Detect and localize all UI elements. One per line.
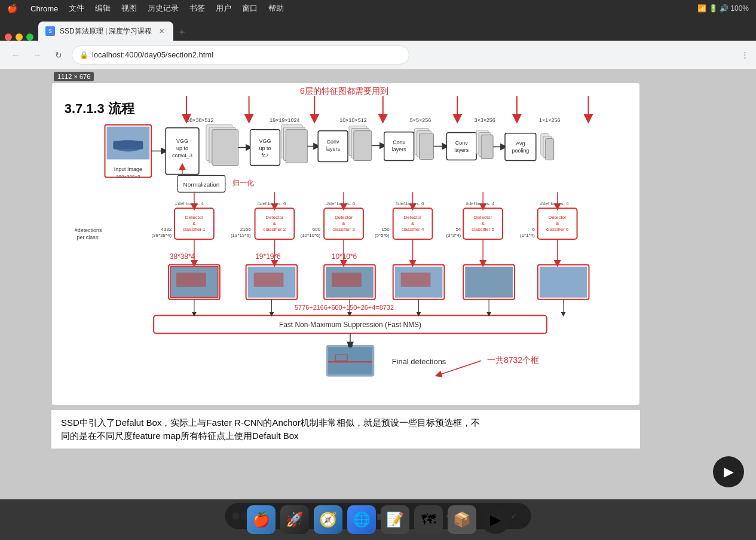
svg-text:4332: 4332 xyxy=(161,227,172,232)
address-bar[interactable]: 🔒 localhost:4000/day05/section2.html xyxy=(72,45,409,65)
chrome-content: 1112 × 676 3.7.1.3 流程 6层的特征图都需要用到 xyxy=(0,69,756,540)
menu-chrome[interactable]: Chrome xyxy=(30,4,58,13)
svg-text:Avg: Avg xyxy=(516,141,525,147)
svg-text:&: & xyxy=(192,221,196,226)
svg-text:(3*3*4): (3*3*4) xyxy=(446,233,461,238)
svg-rect-130 xyxy=(254,273,284,287)
svg-text:Conv: Conv xyxy=(327,139,339,145)
svg-text:1×1×256: 1×1×256 xyxy=(539,117,560,123)
svg-rect-41 xyxy=(354,131,372,161)
svg-rect-33 xyxy=(286,130,307,163)
svg-text:Conv: Conv xyxy=(455,140,468,146)
diagram-svg: 3.7.1.3 流程 6层的特征图都需要用到 xyxy=(52,83,639,405)
extensions-area[interactable]: ⋮ xyxy=(741,50,749,59)
chrome-window: S SSD算法原理 | 深度学习课程 ✕ + ← → ↻ 🔒 localhost… xyxy=(0,17,756,540)
svg-text:#def.boxes: 6: #def.boxes: 6 xyxy=(326,201,355,206)
svg-point-164 xyxy=(348,343,353,347)
forward-btn[interactable]: → xyxy=(29,47,45,63)
svg-text:VGG: VGG xyxy=(176,138,188,144)
close-window-btn[interactable] xyxy=(5,33,12,41)
svg-rect-57 xyxy=(481,135,493,159)
svg-text:pooling: pooling xyxy=(512,148,529,154)
chrome-addressbar: ← → ↻ 🔒 localhost:4000/day05/section2.ht… xyxy=(0,41,756,69)
svg-text:19*19*6: 19*19*6 xyxy=(255,252,281,261)
svg-text:Detector: Detector xyxy=(265,215,283,220)
menu-window[interactable]: 窗口 xyxy=(242,3,258,14)
status-icons: 📶 🔋 🔊 100% xyxy=(697,4,749,13)
dock-video[interactable]: ▶ xyxy=(481,505,510,534)
svg-rect-24 xyxy=(212,130,238,166)
refresh-btn[interactable]: ↻ xyxy=(50,47,67,63)
svg-text:600: 600 xyxy=(313,227,321,232)
svg-rect-126 xyxy=(176,273,206,287)
svg-rect-140 xyxy=(540,267,587,298)
svg-text:VGG: VGG xyxy=(259,138,271,144)
svg-text:Input Image: Input Image xyxy=(114,166,142,172)
menu-view[interactable]: 视图 xyxy=(121,3,137,14)
menu-user[interactable]: 用户 xyxy=(216,3,231,14)
svg-text:(10*10*6): (10*10*6) xyxy=(300,233,320,238)
svg-text:#def.boxes: 4: #def.boxes: 4 xyxy=(175,201,204,206)
svg-text:&: & xyxy=(273,221,277,226)
apple-icon[interactable]: 🍎 xyxy=(7,4,17,13)
svg-text:&: & xyxy=(342,221,345,226)
menu-bookmarks[interactable]: 书签 xyxy=(189,3,205,14)
svg-rect-13 xyxy=(113,141,143,150)
svg-text:#def.boxes: 6: #def.boxes: 6 xyxy=(258,201,286,206)
svg-text:classifier 3: classifier 3 xyxy=(332,227,355,232)
mac-dock: 🍎 🚀 🧭 🌐 📝 🗺 📦 ▶ xyxy=(0,499,756,540)
svg-text:(5*5*6): (5*5*6) xyxy=(375,233,390,238)
svg-text:54: 54 xyxy=(455,227,461,232)
dock-app6[interactable]: 📦 xyxy=(448,505,476,534)
svg-text:3×3×256: 3×3×256 xyxy=(474,117,495,123)
svg-text:19×19×1024: 19×19×1024 xyxy=(270,117,299,123)
maximize-window-btn[interactable] xyxy=(26,33,33,41)
menu-help[interactable]: 帮助 xyxy=(268,3,284,14)
svg-text:layers: layers xyxy=(392,147,406,152)
dock-editor[interactable]: 📝 xyxy=(381,505,409,534)
dock-chrome[interactable]: 🌐 xyxy=(347,505,376,534)
bottom-text-line2: 同的是在不同尺度feature map所有特征点上使用Default Box xyxy=(61,431,299,441)
mac-menubar: 🍎 Chrome 文件 编辑 视图 历史记录 书签 用户 窗口 帮助 📶 🔋 🔊… xyxy=(0,0,756,17)
menu-history[interactable]: 历史记录 xyxy=(148,3,179,14)
svg-text:5×5×256: 5×5×256 xyxy=(410,117,431,123)
svg-text:5776+2166+600+150+26+4=8732: 5776+2166+600+150+26+4=8732 xyxy=(295,304,394,311)
svg-text:&: & xyxy=(411,221,415,226)
chrome-tab-active[interactable]: S SSD算法原理 | 深度学习课程 ✕ xyxy=(38,22,173,41)
svg-rect-136 xyxy=(401,273,431,287)
svg-text:Detector: Detector xyxy=(335,215,353,220)
svg-text:归一化: 归一化 xyxy=(232,179,254,187)
back-btn[interactable]: ← xyxy=(7,47,24,63)
svg-text:&: & xyxy=(556,221,559,226)
svg-text:classifier 5: classifier 5 xyxy=(472,227,494,232)
bottom-text-line1: SSD中引入了Defalut Box，实际上与Faster R-CNN的Anch… xyxy=(61,417,480,428)
dock-safari[interactable]: 🧭 xyxy=(314,505,342,534)
svg-text:classifier 2: classifier 2 xyxy=(264,227,286,232)
menu-file[interactable]: 文件 xyxy=(69,3,84,14)
svg-text:Normalization: Normalization xyxy=(183,181,219,188)
svg-text:(38*38*4): (38*38*4) xyxy=(151,233,172,238)
svg-text:2166: 2166 xyxy=(240,227,251,232)
dock-maps[interactable]: 🗺 xyxy=(414,505,443,534)
svg-text:300×300×3: 300×300×3 xyxy=(116,174,140,179)
lock-icon: 🔒 xyxy=(79,51,88,59)
svg-text:10×10×512: 10×10×512 xyxy=(339,117,366,123)
dock-launchpad[interactable]: 🚀 xyxy=(280,505,309,534)
svg-text:up to: up to xyxy=(259,145,271,151)
minimize-window-btn[interactable] xyxy=(16,33,23,41)
svg-text:150: 150 xyxy=(381,227,390,232)
svg-text:Conv: Conv xyxy=(393,139,405,145)
new-tab-btn[interactable]: + xyxy=(173,24,190,41)
svg-text:Detector: Detector xyxy=(549,215,567,220)
svg-text:layers: layers xyxy=(454,147,469,153)
chrome-tabbar: S SSD算法原理 | 深度学习课程 ✕ + xyxy=(0,17,756,41)
svg-text:conv4_3: conv4_3 xyxy=(172,152,192,158)
dock-finder[interactable]: 🍎 xyxy=(247,505,276,534)
svg-text:Final detections: Final detections xyxy=(392,357,446,366)
svg-text:10*10*6: 10*10*6 xyxy=(332,252,357,261)
tab-close-btn[interactable]: ✕ xyxy=(157,26,166,36)
svg-text:fc7: fc7 xyxy=(262,152,269,158)
svg-text:Detector: Detector xyxy=(185,215,203,220)
video-player-btn[interactable]: ▶ xyxy=(713,456,744,487)
menu-edit[interactable]: 编辑 xyxy=(95,3,111,14)
